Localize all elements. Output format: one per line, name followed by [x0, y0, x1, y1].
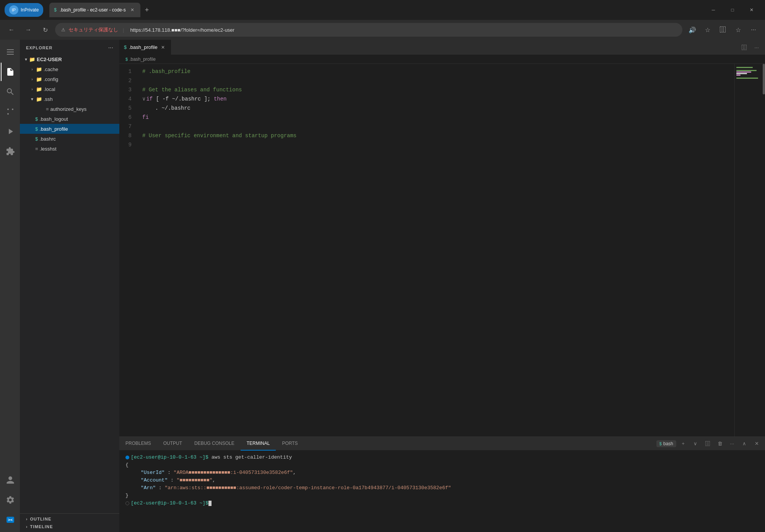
- terminal-dropdown-button[interactable]: ∨: [690, 438, 701, 449]
- terminal-output-open-brace: {: [125, 461, 759, 469]
- tree-item-config[interactable]: › 📁 .config: [20, 74, 119, 84]
- activity-explorer[interactable]: [1, 63, 19, 81]
- activity-search[interactable]: [1, 83, 19, 101]
- close-panel-button[interactable]: ✕: [751, 438, 762, 449]
- tab-bar: $ .bash_profile - ec2-user - code-s ✕ +: [49, 3, 698, 17]
- forward-button[interactable]: →: [21, 23, 35, 37]
- userid-key: "UserId": [141, 470, 164, 475]
- tab-title: .bash_profile - ec2-user - code-s: [60, 7, 126, 13]
- activity-bottom: ><: [1, 471, 19, 529]
- cache-arrow-icon: ›: [29, 67, 35, 71]
- root-label: EC2-USER: [37, 57, 119, 62]
- nav-icons-right: 🔊 ☆ ⿲ ☆ ···: [685, 23, 760, 37]
- activity-source-control[interactable]: [1, 102, 19, 121]
- terminal-output-arn: "Arn" : "arn:aws:sts::■■■■■■■■■■:assumed…: [125, 484, 759, 492]
- root-arrow: ▼: [23, 57, 29, 62]
- tree-item-bash-logout[interactable]: $ .bash_logout: [20, 114, 119, 124]
- svg-rect-1: [7, 52, 14, 52]
- tree-item-lesshst[interactable]: ≡ .lesshst: [20, 144, 119, 154]
- tree-item-ssh[interactable]: ▼ 📁 .ssh: [20, 94, 119, 104]
- maximize-panel-button[interactable]: ∧: [739, 438, 750, 449]
- minimap: [734, 64, 765, 436]
- tree-item-bash-profile[interactable]: $ .bash_profile: [20, 124, 119, 134]
- tree-item-authorized-keys[interactable]: ≡ authorized_keys: [20, 104, 119, 114]
- file-tree: ▼ 📁 EC2-USER › 📁 .cache › 📁 .config › 📁 …: [20, 54, 119, 513]
- timeline-label: TIMELINE: [30, 524, 53, 529]
- ln-1: 1: [119, 67, 139, 76]
- minimap-lines: [735, 64, 765, 82]
- svg-rect-2: [7, 54, 14, 55]
- favorites-button[interactable]: ☆: [701, 23, 715, 37]
- tab-close-button[interactable]: ✕: [129, 6, 136, 13]
- collections-button[interactable]: ☆: [731, 23, 745, 37]
- editor-scrollbar-thumb[interactable]: [763, 64, 765, 94]
- bash-logout-icon: $: [35, 116, 38, 122]
- add-terminal-button[interactable]: +: [678, 438, 688, 449]
- terminal-line-2: [ec2-user@ip-10-0-1-63 ~]$: [125, 500, 759, 507]
- activity-settings[interactable]: [1, 491, 19, 509]
- maximize-button[interactable]: □: [724, 3, 741, 17]
- code-content: 1 2 3 4 5 6 7 8 9 # .bash_profile # Get …: [119, 64, 765, 436]
- panel-tab-terminal[interactable]: TERMINAL: [241, 437, 276, 451]
- more-button[interactable]: ···: [747, 23, 760, 37]
- activity-remote[interactable]: ><: [1, 511, 19, 529]
- timeline-section[interactable]: › TIMELINE: [20, 523, 119, 530]
- activity-menu[interactable]: [1, 43, 19, 61]
- panel-tab-problems[interactable]: PROBLEMS: [119, 437, 157, 451]
- editor-tab-file-icon: $: [124, 44, 127, 50]
- kw-then: then: [214, 96, 227, 102]
- tree-root[interactable]: ▼ 📁 EC2-USER: [20, 54, 119, 64]
- refresh-button[interactable]: ↻: [38, 23, 52, 37]
- minimize-button[interactable]: ─: [705, 3, 722, 17]
- editor-more-button[interactable]: ···: [751, 42, 762, 53]
- editor-tab-close-button[interactable]: ✕: [160, 44, 166, 50]
- activity-bar: ><: [0, 40, 20, 532]
- delete-terminal-button[interactable]: 🗑: [715, 438, 725, 449]
- colon-1: :: [168, 470, 174, 475]
- split-editor-button[interactable]: ⿲: [739, 42, 750, 53]
- activity-extensions[interactable]: [1, 142, 19, 161]
- tree-item-bashrc[interactable]: $ .bashrc: [20, 134, 119, 144]
- address-bar[interactable]: ⚠ セキュリティ保護なし | https://54.178.118.■■■/?f…: [55, 23, 682, 37]
- arn-key: "Arn": [141, 485, 156, 491]
- editor-tab-bash-profile[interactable]: $ .bash_profile ✕: [119, 40, 171, 55]
- bash-badge: $ bash: [656, 440, 676, 447]
- ln-6: 6: [119, 113, 139, 122]
- ln-8: 8: [119, 131, 139, 140]
- read-aloud-button[interactable]: 🔊: [685, 23, 699, 37]
- panel-tab-ports[interactable]: PORTS: [276, 437, 304, 451]
- fold-indicator-4[interactable]: ∨: [142, 96, 145, 102]
- back-button[interactable]: ←: [5, 23, 18, 37]
- tree-item-local[interactable]: › 📁 .local: [20, 84, 119, 94]
- terminal-more-button[interactable]: ···: [727, 438, 737, 449]
- inprivate-badge[interactable]: IP InPrivate: [5, 3, 43, 17]
- inprivate-label: InPrivate: [21, 7, 39, 13]
- minimap-line-5: [736, 73, 747, 74]
- security-label: セキュリティ保護なし: [68, 26, 118, 33]
- panel-tab-output[interactable]: OUTPUT: [157, 437, 188, 451]
- tree-item-cache[interactable]: › 📁 .cache: [20, 64, 119, 74]
- activity-run[interactable]: [1, 122, 19, 141]
- activity-account[interactable]: [1, 471, 19, 489]
- url-separator: |: [123, 27, 124, 33]
- minimap-line-1: [736, 67, 753, 68]
- kw-fi: fi: [142, 114, 149, 120]
- code-editor[interactable]: 1 2 3 4 5 6 7 8 9 # .bash_profile # Get …: [119, 64, 765, 436]
- sidebar-more-button[interactable]: ···: [108, 44, 113, 51]
- split-terminal-button[interactable]: ⿲: [702, 438, 713, 449]
- terminal-cmd-1: aws sts get-caller-identity: [208, 454, 292, 460]
- editor-tab-label: .bash_profile: [129, 44, 157, 50]
- ssh-label: .ssh: [44, 96, 119, 102]
- terminal-content[interactable]: [ec2-user@ip-10-0-1-63 ~]$ aws sts get-c…: [119, 451, 765, 532]
- ln-9: 9: [119, 140, 139, 149]
- sidebar: EXPLORER ··· ▼ 📁 EC2-USER › 📁 .cache › 📁…: [20, 40, 119, 532]
- active-tab[interactable]: $ .bash_profile - ec2-user - code-s ✕: [49, 3, 140, 17]
- new-tab-button[interactable]: +: [142, 5, 152, 16]
- close-button[interactable]: ✕: [743, 3, 760, 17]
- panel-tab-debug-console[interactable]: DEBUG CONSOLE: [188, 437, 241, 451]
- comment-1: # .bash_profile: [142, 68, 190, 75]
- code-line-4: ∨if [ -f ~/.bashrc ]; then: [139, 94, 734, 104]
- local-label: .local: [44, 86, 119, 92]
- split-button[interactable]: ⿲: [716, 23, 730, 37]
- outline-section[interactable]: › OUTLINE: [20, 515, 119, 523]
